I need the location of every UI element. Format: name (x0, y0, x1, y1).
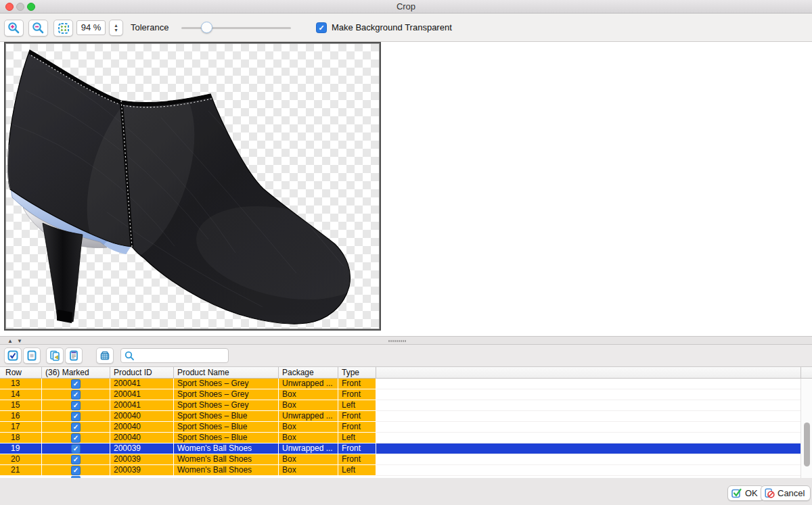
marked-checkbox-cell[interactable]: ✓ (42, 454, 110, 465)
type-cell[interactable]: Left (338, 465, 376, 476)
type-cell[interactable]: Front (338, 411, 376, 422)
type-cell[interactable]: Front (338, 443, 376, 454)
cancel-button[interactable]: Cancel (761, 485, 811, 501)
row-filler[interactable] (376, 389, 800, 400)
marked-checkbox[interactable]: ✓ (71, 455, 81, 464)
product-id-cell[interactable]: 200041 (110, 389, 174, 400)
marked-checkbox-cell[interactable]: ✓ (42, 443, 110, 454)
row-filler[interactable] (376, 433, 800, 443)
marked-checkbox[interactable]: ✓ (71, 444, 81, 454)
row-number-cell[interactable]: 13 (0, 379, 42, 389)
product-name-cell[interactable]: Sport Shoes – Grey (174, 389, 279, 400)
package-cell[interactable]: Box (279, 454, 338, 465)
type-cell[interactable]: Left (338, 400, 376, 411)
column-header-row[interactable]: Row (0, 367, 42, 378)
column-header-package[interactable]: Package (279, 367, 338, 378)
tolerance-slider[interactable] (181, 14, 291, 42)
ok-button[interactable]: OK (727, 485, 764, 501)
make-background-transparent-checkbox[interactable]: ✓ (316, 22, 327, 33)
table-row[interactable]: 21✓200039Women's Ball ShoesBoxLeft (0, 465, 800, 476)
type-cell[interactable]: Left (338, 433, 376, 443)
product-name-cell[interactable]: Sport Shoes – Blue (174, 433, 279, 443)
marked-checkbox[interactable]: ✓ (71, 412, 81, 421)
product-name-cell[interactable]: Women's Ball Shoes (174, 454, 279, 465)
marked-checkbox[interactable]: ✓ (71, 466, 81, 475)
row-number-cell[interactable]: 19 (0, 443, 42, 454)
package-cell[interactable]: Box (279, 389, 338, 400)
marked-checkbox[interactable]: ✓ (71, 379, 81, 389)
crop-preview-canvas[interactable] (4, 42, 381, 331)
row-filler[interactable] (376, 454, 800, 465)
row-filler[interactable] (376, 400, 800, 411)
column-header-type[interactable]: Type (338, 367, 376, 378)
product-id-cell[interactable]: 200041 (110, 400, 174, 411)
type-cell[interactable]: Front (338, 389, 376, 400)
row-filler[interactable] (376, 465, 800, 476)
package-cell[interactable]: Box (279, 400, 338, 411)
zoom-out-button[interactable] (28, 20, 48, 37)
type-cell[interactable]: Front (338, 379, 376, 389)
column-header-product-name[interactable]: Product Name (174, 367, 279, 378)
table-row[interactable]: 19✓200039Women's Ball ShoesUnwrapped ...… (0, 443, 800, 454)
package-cell[interactable]: Unwrapped ... (279, 411, 338, 422)
row-number-cell[interactable]: 21 (0, 465, 42, 476)
product-name-cell[interactable]: Sport Shoes – Blue (174, 411, 279, 422)
slider-thumb[interactable] (201, 22, 212, 33)
package-cell[interactable]: Box (279, 422, 338, 433)
marked-checkbox[interactable]: ✓ (71, 401, 81, 410)
product-name-cell[interactable]: Women's Ball Shoes (174, 443, 279, 454)
product-id-cell[interactable]: 200041 (110, 379, 174, 389)
row-filler[interactable] (376, 411, 800, 422)
row-number-cell[interactable]: 20 (0, 454, 42, 465)
product-name-cell[interactable]: Sport Shoes – Grey (174, 379, 279, 389)
package-cell[interactable]: Unwrapped ... (279, 379, 338, 389)
table-row[interactable]: 13✓200041Sport Shoes – GreyUnwrapped ...… (0, 379, 800, 389)
row-number-cell[interactable]: 18 (0, 433, 42, 443)
type-cell[interactable]: Front (338, 422, 376, 433)
row-number-cell[interactable]: 15 (0, 400, 42, 411)
package-cell[interactable]: Box (279, 465, 338, 476)
scrollbar-thumb[interactable] (804, 423, 810, 466)
stepper-down-icon[interactable]: ▾ (114, 28, 117, 32)
marked-checkbox-cell[interactable]: ✓ (42, 411, 110, 422)
table-row[interactable]: 15✓200041Sport Shoes – GreyBoxLeft (0, 400, 800, 411)
search-field[interactable] (120, 348, 229, 363)
zoom-stepper[interactable]: ▴ ▾ (109, 20, 123, 36)
zoom-in-button[interactable] (4, 20, 24, 37)
marked-checkbox-cell[interactable]: ✓ (42, 422, 110, 433)
marked-checkbox-cell[interactable]: ✓ (42, 400, 110, 411)
table-scrollbar[interactable] (800, 379, 812, 478)
table-row[interactable]: 14✓200041Sport Shoes – GreyBoxFront (0, 389, 800, 400)
product-id-cell[interactable]: 200039 (110, 443, 174, 454)
row-filler[interactable] (376, 422, 800, 433)
package-cell[interactable]: Unwrapped ... (279, 443, 338, 454)
row-filler[interactable] (376, 443, 800, 454)
grid-view-button[interactable] (96, 347, 114, 364)
table-row[interactable]: 16✓200040Sport Shoes – BlueUnwrapped ...… (0, 411, 800, 422)
marked-checkbox[interactable]: ✓ (71, 390, 81, 400)
report-button[interactable] (65, 347, 83, 364)
product-name-cell[interactable]: Women's Ball Shoes (174, 465, 279, 476)
copy-marked-button[interactable] (46, 347, 64, 364)
fit-to-view-button[interactable] (53, 20, 73, 37)
marked-checkbox-cell[interactable]: ✓ (42, 389, 110, 400)
column-header-marked[interactable]: (36) Marked (42, 367, 110, 378)
mark-all-button[interactable] (4, 347, 22, 364)
table-row[interactable]: 20✓200039Women's Ball ShoesBoxFront (0, 454, 800, 465)
marked-checkbox-cell[interactable]: ✓ (42, 465, 110, 476)
marked-checkbox-cell[interactable]: ✓ (42, 379, 110, 389)
splitter-handle-icon[interactable] (388, 340, 407, 342)
slider-track[interactable] (181, 27, 291, 29)
marked-checkbox[interactable]: ✓ (71, 433, 81, 443)
product-id-cell[interactable]: 200040 (110, 411, 174, 422)
row-number-cell[interactable]: 16 (0, 411, 42, 422)
product-name-cell[interactable]: Sport Shoes – Grey (174, 400, 279, 411)
row-filler[interactable] (376, 379, 800, 389)
package-cell[interactable]: Box (279, 433, 338, 443)
row-number-cell[interactable]: 14 (0, 389, 42, 400)
table-row[interactable]: 17✓200040Sport Shoes – BlueBoxFront (0, 422, 800, 433)
product-id-cell[interactable]: 200040 (110, 422, 174, 433)
splitter-bar[interactable]: ▲ ▼ (0, 336, 812, 345)
row-number-cell[interactable]: 17 (0, 422, 42, 433)
make-background-transparent-label[interactable]: Make Background Transparent (332, 14, 452, 42)
